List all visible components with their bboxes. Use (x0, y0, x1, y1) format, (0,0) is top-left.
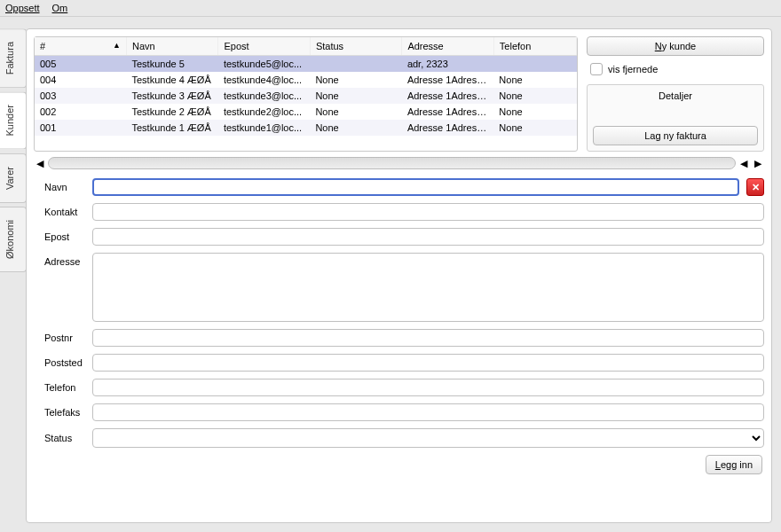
delete-button[interactable]: ✕ (746, 178, 764, 196)
cell-epost: testkunde2@loc... (218, 104, 310, 120)
ny-kunde-rest: y kunde (662, 41, 697, 51)
cell-adresse: Adresse 1Adress... (402, 88, 493, 104)
vis-fjernede-row[interactable]: vis fjernede (587, 61, 764, 77)
cell-status: None (310, 72, 401, 88)
table-row[interactable]: 001Testkunde 1 ÆØÅtestkunde1@loc...NoneA… (35, 120, 577, 136)
col-epost[interactable]: Epost (218, 37, 310, 56)
detaljer-box: Detaljer Lag ny faktura (587, 84, 764, 152)
label-poststed: Poststed (34, 357, 85, 368)
cell-telefon: None (493, 72, 576, 88)
status-select[interactable] (92, 428, 764, 448)
cell-num: 002 (35, 104, 126, 120)
table-row[interactable]: 002Testkunde 2 ÆØÅtestkunde2@loc...NoneA… (35, 104, 577, 120)
table-row[interactable]: 004Testkunde 4 ÆØÅtestkunde4@loc...NoneA… (35, 72, 577, 88)
vis-fjernede-label: vis fjernede (608, 64, 658, 74)
tab-varer[interactable]: Varer (0, 153, 27, 203)
scroll-left2-icon[interactable]: ◀ (738, 158, 750, 168)
cell-navn: Testkunde 5 (126, 56, 217, 73)
tab-faktura[interactable]: Faktura (0, 28, 27, 88)
cell-num: 003 (35, 88, 126, 104)
cell-status: None (310, 120, 401, 136)
cell-telefon (493, 56, 576, 73)
cell-num: 005 (35, 56, 126, 73)
vis-fjernede-checkbox[interactable] (590, 63, 603, 75)
cell-telefon: None (493, 104, 576, 120)
scroll-track[interactable] (48, 157, 736, 169)
cell-adresse: Adresse 1Adress... (402, 120, 493, 136)
col-adresse[interactable]: Adresse (402, 37, 493, 56)
legg-inn-button[interactable]: Legg inn (706, 455, 762, 474)
cell-status (310, 56, 401, 73)
sort-indicator-icon: ▲ (113, 41, 121, 50)
col-telefon[interactable]: Telefon (493, 37, 576, 56)
epost-input[interactable] (92, 228, 764, 246)
horizontal-scrollbar[interactable]: ◀ ◀ ▶ (34, 157, 764, 169)
tab-okonomi[interactable]: Økonomi (0, 207, 27, 272)
label-postnr: Postnr (34, 332, 85, 343)
label-epost: Epost (34, 231, 85, 242)
label-navn: Navn (34, 182, 85, 192)
cell-epost: testkunde5@loc... (218, 56, 310, 73)
cell-status: None (310, 104, 401, 120)
side-column: Ny kunde vis fjernede Detaljer Lag ny fa… (587, 36, 764, 152)
customer-table: #▲ Navn Epost Status Adresse Telefon 005… (34, 36, 578, 152)
cell-status: None (310, 88, 401, 104)
ny-kunde-button[interactable]: Ny kunde (587, 36, 764, 56)
menu-om[interactable]: Om (52, 3, 68, 13)
table-row[interactable]: 005Testkunde 5testkunde5@loc...adr, 2323 (35, 56, 577, 73)
label-adresse: Adresse (34, 253, 85, 267)
cell-epost: testkunde3@loc... (218, 88, 310, 104)
cell-navn: Testkunde 1 ÆØÅ (126, 120, 217, 136)
label-telefon: Telefon (34, 382, 85, 393)
cell-navn: Testkunde 2 ÆØÅ (126, 104, 217, 120)
cell-epost: testkunde1@loc... (218, 120, 310, 136)
cell-telefon: None (493, 120, 576, 136)
customer-form: Navn ✕ Kontakt Epost Adresse Postnr P (34, 178, 764, 474)
col-num[interactable]: #▲ (35, 37, 126, 56)
detaljer-label: Detaljer (593, 90, 758, 101)
main-panel: #▲ Navn Epost Status Adresse Telefon 005… (26, 28, 772, 523)
tab-kunder[interactable]: Kunder (0, 91, 27, 149)
poststed-input[interactable] (92, 354, 764, 372)
cell-epost: testkunde4@loc... (218, 72, 310, 88)
close-icon: ✕ (752, 182, 760, 193)
menubar: Oppsett Om (0, 0, 781, 17)
scroll-right-icon[interactable]: ▶ (752, 158, 764, 168)
cell-num: 001 (35, 120, 126, 136)
label-kontakt: Kontakt (34, 207, 85, 217)
lag-ny-faktura-button[interactable]: Lag ny faktura (593, 126, 758, 145)
scroll-left-icon[interactable]: ◀ (34, 158, 46, 168)
table-row[interactable]: 003Testkunde 3 ÆØÅtestkunde3@loc...NoneA… (35, 88, 577, 104)
cell-navn: Testkunde 4 ÆØÅ (126, 72, 217, 88)
col-status[interactable]: Status (310, 37, 401, 56)
col-navn[interactable]: Navn (126, 37, 217, 56)
vertical-tabs: Faktura Kunder Varer Økonomi (0, 28, 27, 272)
menu-oppsett[interactable]: Oppsett (5, 3, 40, 13)
postnr-input[interactable] (92, 329, 764, 347)
label-status: Status (34, 433, 85, 443)
cell-adresse: adr, 2323 (402, 56, 493, 73)
cell-adresse: Adresse 1Adress... (402, 72, 493, 88)
adresse-textarea[interactable] (92, 253, 764, 322)
cell-num: 004 (35, 72, 126, 88)
cell-navn: Testkunde 3 ÆØÅ (126, 88, 217, 104)
cell-adresse: Adresse 1Adress... (402, 104, 493, 120)
navn-input[interactable] (92, 178, 739, 196)
cell-telefon: None (493, 88, 576, 104)
telefon-input[interactable] (92, 379, 764, 396)
kontakt-input[interactable] (92, 203, 764, 221)
label-telefaks: Telefaks (34, 407, 85, 418)
telefaks-input[interactable] (92, 403, 764, 421)
